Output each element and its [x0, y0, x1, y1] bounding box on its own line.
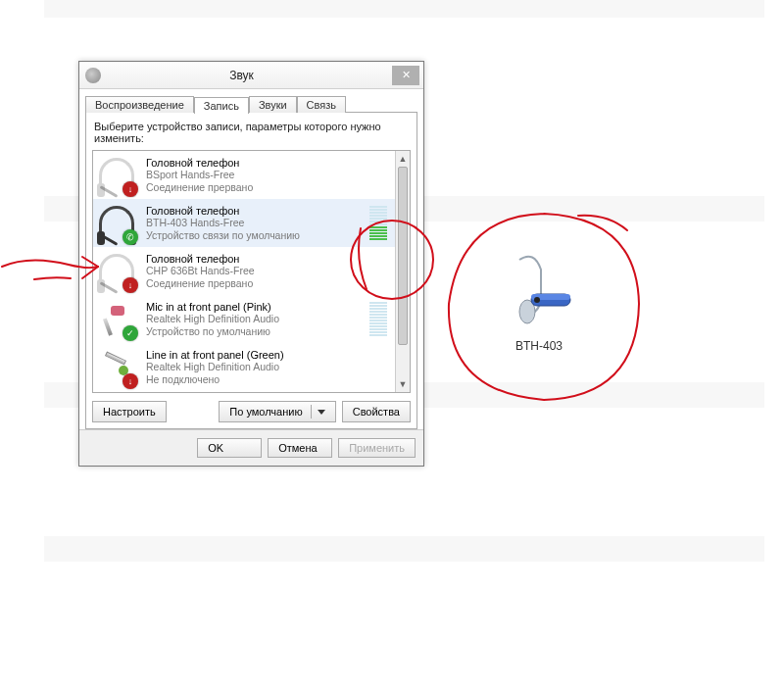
device-listbox: ↓Головной телефонBSport Hands-FreeСоедин… [92, 150, 411, 393]
scroll-thumb[interactable] [398, 167, 408, 345]
bluetooth-headset-illustration: BTH-403 [466, 245, 612, 353]
device-sub: BSport Hands-Free [146, 169, 391, 181]
device-name: Головной телефон [146, 253, 391, 265]
headset-faded-icon: ↓ [97, 252, 136, 291]
dropdown-caret-icon [318, 410, 325, 415]
configure-button-label: Настроить [103, 406, 156, 418]
level-meter [369, 206, 387, 240]
tab-panel-recording: Выберите устройство записи, параметры ко… [85, 112, 417, 429]
device-status: Устройство по умолчанию [146, 325, 369, 337]
tab-bar: ВоспроизведениеЗаписьЗвукиСвязь [79, 89, 423, 112]
device-text: Головной телефонCHP 636Bt Hands-FreeСоед… [146, 253, 391, 289]
device-item[interactable]: ↓Line in at front panel (Green)Realtek H… [93, 343, 395, 391]
close-icon: ✕ [402, 69, 411, 81]
device-status: Устройство связи по умолчанию [146, 229, 369, 241]
bg-strip [44, 0, 764, 18]
device-name: Головной телефон [146, 205, 369, 217]
mic-pink-icon: ✓ [97, 300, 136, 339]
dialog-title: Звук [107, 69, 392, 82]
device-status: Соединение прервано [146, 181, 391, 193]
tab-запись[interactable]: Запись [194, 97, 249, 114]
device-item[interactable]: ✆Головной телефонBTH-403 Hands-FreeУстро… [93, 199, 395, 247]
device-text: Mic in at front panel (Pink)Realtek High… [146, 301, 369, 337]
disconnected-badge-icon: ↓ [122, 277, 138, 293]
device-text: Головной телефонBTH-403 Hands-FreeУстрой… [146, 205, 369, 241]
ok-button-label: OK [208, 442, 223, 454]
scroll-down-icon[interactable]: ▼ [396, 376, 410, 392]
properties-button[interactable]: Свойства [342, 401, 411, 422]
svg-point-3 [534, 297, 540, 303]
disconnected-badge-icon: ↓ [122, 181, 138, 197]
configure-button[interactable]: Настроить [92, 401, 167, 422]
cancel-button[interactable]: Отмена [268, 438, 332, 458]
ok-button[interactable]: OK [197, 438, 262, 458]
sound-dialog: Звук ✕ ВоспроизведениеЗаписьЗвукиСвязь В… [78, 61, 424, 467]
scroll-track[interactable] [396, 167, 410, 376]
device-item[interactable]: ✓Mic in at front panel (Pink)Realtek Hig… [93, 295, 395, 343]
sound-sys-icon [85, 68, 101, 83]
properties-button-label: Свойства [353, 406, 400, 418]
device-sub: CHP 636Bt Hands-Free [146, 265, 391, 277]
device-sub: Realtek High Definition Audio [146, 361, 391, 373]
device-status: Соединение прервано [146, 277, 391, 289]
device-status: Не подключено [146, 373, 391, 385]
device-text: Головной телефонBSport Hands-FreeСоедине… [146, 157, 391, 193]
phone-badge-icon: ✆ [122, 229, 138, 245]
ok-badge-icon: ✓ [122, 325, 138, 341]
device-name: Головной телефон [146, 157, 391, 169]
close-button[interactable]: ✕ [392, 66, 419, 85]
device-item[interactable]: ↓Головной телефонBSport Hands-FreeСоедин… [93, 151, 395, 199]
tab-звуки[interactable]: Звуки [249, 96, 297, 113]
tab-связь[interactable]: Связь [297, 96, 346, 113]
device-name: Mic in at front panel (Pink) [146, 301, 369, 313]
tab-воспроизведение[interactable]: Воспроизведение [85, 96, 194, 113]
scroll-up-icon[interactable]: ▲ [396, 151, 410, 167]
device-text: Line in at front panel (Green)Realtek Hi… [146, 349, 391, 385]
apply-button[interactable]: Применить [338, 438, 416, 458]
device-item[interactable]: ↓Головной телефонCHP 636Bt Hands-FreeСое… [93, 247, 395, 295]
bg-strip [44, 536, 764, 562]
headset-icon: ✆ [97, 204, 136, 243]
bluetooth-device-label: BTH-403 [466, 339, 612, 353]
set-default-button-label: По умолчанию [229, 406, 302, 418]
dialog-footer: OK Отмена Применить [79, 429, 423, 466]
headset-faded-icon: ↓ [97, 156, 136, 195]
linein-icon: ↓ [97, 348, 136, 387]
device-list[interactable]: ↓Головной телефонBSport Hands-FreeСоедин… [93, 151, 395, 392]
disconnected-badge-icon: ↓ [122, 373, 138, 389]
scrollbar[interactable]: ▲ ▼ [395, 151, 410, 392]
device-sub: BTH-403 Hands-Free [146, 217, 369, 229]
cancel-button-label: Отмена [278, 442, 317, 454]
level-meter [369, 302, 387, 336]
titlebar[interactable]: Звук ✕ [79, 62, 423, 89]
instruction-text: Выберите устройство записи, параметры ко… [94, 121, 409, 144]
set-default-button[interactable]: По умолчанию [219, 401, 335, 422]
device-sub: Realtek High Definition Audio [146, 313, 369, 325]
headset-image-icon [480, 245, 598, 333]
apply-button-label: Применить [349, 442, 405, 454]
device-name: Line in at front panel (Green) [146, 349, 391, 361]
